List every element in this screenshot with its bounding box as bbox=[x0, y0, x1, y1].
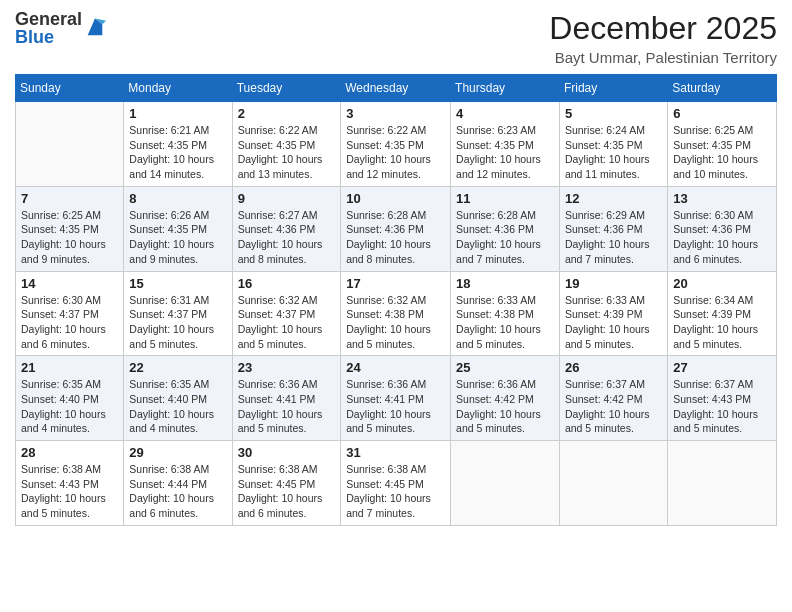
day-number: 2 bbox=[238, 106, 336, 121]
column-header-wednesday: Wednesday bbox=[341, 75, 451, 102]
day-number: 3 bbox=[346, 106, 445, 121]
day-number: 9 bbox=[238, 191, 336, 206]
day-info: Sunrise: 6:36 AMSunset: 4:42 PMDaylight:… bbox=[456, 377, 554, 436]
day-info: Sunrise: 6:26 AMSunset: 4:35 PMDaylight:… bbox=[129, 208, 226, 267]
day-number: 25 bbox=[456, 360, 554, 375]
calendar-cell: 3Sunrise: 6:22 AMSunset: 4:35 PMDaylight… bbox=[341, 102, 451, 187]
day-number: 16 bbox=[238, 276, 336, 291]
day-info: Sunrise: 6:32 AMSunset: 4:38 PMDaylight:… bbox=[346, 293, 445, 352]
column-header-friday: Friday bbox=[559, 75, 667, 102]
calendar-cell: 12Sunrise: 6:29 AMSunset: 4:36 PMDayligh… bbox=[559, 186, 667, 271]
calendar-cell: 17Sunrise: 6:32 AMSunset: 4:38 PMDayligh… bbox=[341, 271, 451, 356]
day-number: 30 bbox=[238, 445, 336, 460]
calendar-cell bbox=[559, 441, 667, 526]
calendar-cell: 30Sunrise: 6:38 AMSunset: 4:45 PMDayligh… bbox=[232, 441, 341, 526]
calendar-cell: 29Sunrise: 6:38 AMSunset: 4:44 PMDayligh… bbox=[124, 441, 232, 526]
column-header-thursday: Thursday bbox=[451, 75, 560, 102]
day-info: Sunrise: 6:36 AMSunset: 4:41 PMDaylight:… bbox=[346, 377, 445, 436]
day-info: Sunrise: 6:25 AMSunset: 4:35 PMDaylight:… bbox=[673, 123, 771, 182]
day-info: Sunrise: 6:29 AMSunset: 4:36 PMDaylight:… bbox=[565, 208, 662, 267]
day-number: 24 bbox=[346, 360, 445, 375]
day-number: 22 bbox=[129, 360, 226, 375]
calendar-cell: 27Sunrise: 6:37 AMSunset: 4:43 PMDayligh… bbox=[668, 356, 777, 441]
day-info: Sunrise: 6:38 AMSunset: 4:43 PMDaylight:… bbox=[21, 462, 118, 521]
day-number: 17 bbox=[346, 276, 445, 291]
column-header-tuesday: Tuesday bbox=[232, 75, 341, 102]
calendar-cell: 16Sunrise: 6:32 AMSunset: 4:37 PMDayligh… bbox=[232, 271, 341, 356]
day-info: Sunrise: 6:35 AMSunset: 4:40 PMDaylight:… bbox=[21, 377, 118, 436]
day-number: 5 bbox=[565, 106, 662, 121]
calendar-cell: 20Sunrise: 6:34 AMSunset: 4:39 PMDayligh… bbox=[668, 271, 777, 356]
column-header-saturday: Saturday bbox=[668, 75, 777, 102]
calendar-cell: 24Sunrise: 6:36 AMSunset: 4:41 PMDayligh… bbox=[341, 356, 451, 441]
day-info: Sunrise: 6:37 AMSunset: 4:42 PMDaylight:… bbox=[565, 377, 662, 436]
calendar-week-row: 21Sunrise: 6:35 AMSunset: 4:40 PMDayligh… bbox=[16, 356, 777, 441]
calendar-week-row: 28Sunrise: 6:38 AMSunset: 4:43 PMDayligh… bbox=[16, 441, 777, 526]
day-number: 13 bbox=[673, 191, 771, 206]
calendar-cell: 5Sunrise: 6:24 AMSunset: 4:35 PMDaylight… bbox=[559, 102, 667, 187]
day-info: Sunrise: 6:21 AMSunset: 4:35 PMDaylight:… bbox=[129, 123, 226, 182]
calendar-cell: 26Sunrise: 6:37 AMSunset: 4:42 PMDayligh… bbox=[559, 356, 667, 441]
day-number: 8 bbox=[129, 191, 226, 206]
day-info: Sunrise: 6:38 AMSunset: 4:45 PMDaylight:… bbox=[238, 462, 336, 521]
day-number: 27 bbox=[673, 360, 771, 375]
calendar-cell bbox=[16, 102, 124, 187]
logo-icon bbox=[84, 17, 106, 39]
day-number: 4 bbox=[456, 106, 554, 121]
day-number: 15 bbox=[129, 276, 226, 291]
calendar-cell: 2Sunrise: 6:22 AMSunset: 4:35 PMDaylight… bbox=[232, 102, 341, 187]
calendar-cell: 4Sunrise: 6:23 AMSunset: 4:35 PMDaylight… bbox=[451, 102, 560, 187]
day-info: Sunrise: 6:33 AMSunset: 4:39 PMDaylight:… bbox=[565, 293, 662, 352]
title-section: December 2025 Bayt Ummar, Palestinian Te… bbox=[549, 10, 777, 66]
day-info: Sunrise: 6:28 AMSunset: 4:36 PMDaylight:… bbox=[346, 208, 445, 267]
day-number: 23 bbox=[238, 360, 336, 375]
day-info: Sunrise: 6:27 AMSunset: 4:36 PMDaylight:… bbox=[238, 208, 336, 267]
calendar-cell: 9Sunrise: 6:27 AMSunset: 4:36 PMDaylight… bbox=[232, 186, 341, 271]
day-info: Sunrise: 6:22 AMSunset: 4:35 PMDaylight:… bbox=[346, 123, 445, 182]
day-number: 12 bbox=[565, 191, 662, 206]
day-info: Sunrise: 6:34 AMSunset: 4:39 PMDaylight:… bbox=[673, 293, 771, 352]
logo-blue: Blue bbox=[15, 28, 82, 46]
calendar-cell: 7Sunrise: 6:25 AMSunset: 4:35 PMDaylight… bbox=[16, 186, 124, 271]
calendar-cell: 21Sunrise: 6:35 AMSunset: 4:40 PMDayligh… bbox=[16, 356, 124, 441]
day-info: Sunrise: 6:32 AMSunset: 4:37 PMDaylight:… bbox=[238, 293, 336, 352]
calendar-table: SundayMondayTuesdayWednesdayThursdayFrid… bbox=[15, 74, 777, 526]
day-info: Sunrise: 6:33 AMSunset: 4:38 PMDaylight:… bbox=[456, 293, 554, 352]
column-header-sunday: Sunday bbox=[16, 75, 124, 102]
day-number: 28 bbox=[21, 445, 118, 460]
calendar-cell: 18Sunrise: 6:33 AMSunset: 4:38 PMDayligh… bbox=[451, 271, 560, 356]
calendar-header-row: SundayMondayTuesdayWednesdayThursdayFrid… bbox=[16, 75, 777, 102]
day-number: 26 bbox=[565, 360, 662, 375]
calendar-cell: 1Sunrise: 6:21 AMSunset: 4:35 PMDaylight… bbox=[124, 102, 232, 187]
calendar-cell: 28Sunrise: 6:38 AMSunset: 4:43 PMDayligh… bbox=[16, 441, 124, 526]
day-number: 18 bbox=[456, 276, 554, 291]
day-number: 14 bbox=[21, 276, 118, 291]
day-number: 7 bbox=[21, 191, 118, 206]
day-number: 20 bbox=[673, 276, 771, 291]
day-info: Sunrise: 6:30 AMSunset: 4:36 PMDaylight:… bbox=[673, 208, 771, 267]
day-info: Sunrise: 6:38 AMSunset: 4:45 PMDaylight:… bbox=[346, 462, 445, 521]
page-header: General Blue December 2025 Bayt Ummar, P… bbox=[15, 10, 777, 66]
calendar-cell: 23Sunrise: 6:36 AMSunset: 4:41 PMDayligh… bbox=[232, 356, 341, 441]
calendar-cell: 13Sunrise: 6:30 AMSunset: 4:36 PMDayligh… bbox=[668, 186, 777, 271]
day-number: 6 bbox=[673, 106, 771, 121]
day-number: 21 bbox=[21, 360, 118, 375]
calendar-cell: 6Sunrise: 6:25 AMSunset: 4:35 PMDaylight… bbox=[668, 102, 777, 187]
day-info: Sunrise: 6:23 AMSunset: 4:35 PMDaylight:… bbox=[456, 123, 554, 182]
day-info: Sunrise: 6:22 AMSunset: 4:35 PMDaylight:… bbox=[238, 123, 336, 182]
day-info: Sunrise: 6:25 AMSunset: 4:35 PMDaylight:… bbox=[21, 208, 118, 267]
logo: General Blue bbox=[15, 10, 106, 46]
month-title: December 2025 bbox=[549, 10, 777, 47]
day-number: 11 bbox=[456, 191, 554, 206]
calendar-cell: 15Sunrise: 6:31 AMSunset: 4:37 PMDayligh… bbox=[124, 271, 232, 356]
day-number: 1 bbox=[129, 106, 226, 121]
calendar-cell: 10Sunrise: 6:28 AMSunset: 4:36 PMDayligh… bbox=[341, 186, 451, 271]
day-info: Sunrise: 6:30 AMSunset: 4:37 PMDaylight:… bbox=[21, 293, 118, 352]
calendar-cell: 31Sunrise: 6:38 AMSunset: 4:45 PMDayligh… bbox=[341, 441, 451, 526]
calendar-cell bbox=[668, 441, 777, 526]
calendar-cell: 8Sunrise: 6:26 AMSunset: 4:35 PMDaylight… bbox=[124, 186, 232, 271]
location-title: Bayt Ummar, Palestinian Territory bbox=[549, 49, 777, 66]
day-info: Sunrise: 6:35 AMSunset: 4:40 PMDaylight:… bbox=[129, 377, 226, 436]
calendar-week-row: 14Sunrise: 6:30 AMSunset: 4:37 PMDayligh… bbox=[16, 271, 777, 356]
day-info: Sunrise: 6:24 AMSunset: 4:35 PMDaylight:… bbox=[565, 123, 662, 182]
